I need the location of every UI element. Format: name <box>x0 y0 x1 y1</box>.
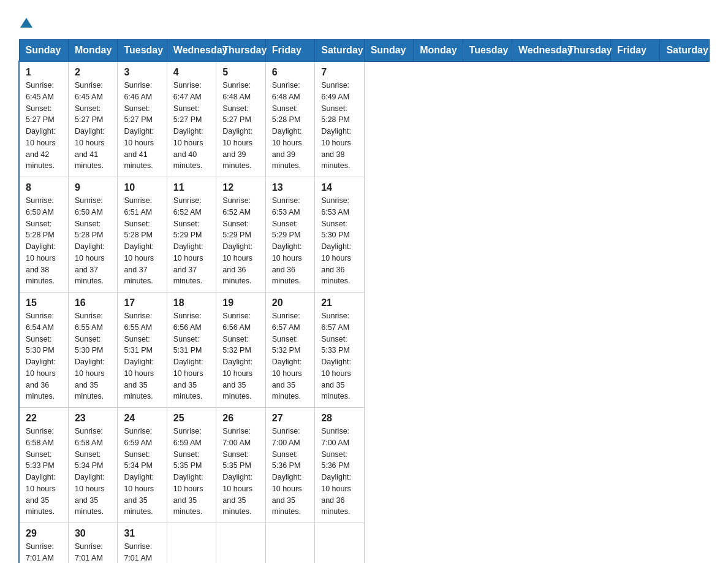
day-number: 7 <box>321 67 357 78</box>
day-info: Sunrise: 6:55 AMSunset: 5:30 PMDaylight:… <box>75 312 105 400</box>
day-header-tuesday: Tuesday <box>463 40 512 62</box>
day-info: Sunrise: 6:57 AMSunset: 5:32 PMDaylight:… <box>272 312 302 400</box>
calendar-cell: 29 Sunrise: 7:01 AMSunset: 5:37 PMDaylig… <box>19 523 68 564</box>
day-number: 27 <box>272 413 308 424</box>
calendar-cell: 4 Sunrise: 6:47 AMSunset: 5:27 PMDayligh… <box>167 61 216 177</box>
calendar-cell: 27 Sunrise: 7:00 AMSunset: 5:36 PMDaylig… <box>265 408 314 523</box>
calendar-week-4: 22 Sunrise: 6:58 AMSunset: 5:33 PMDaylig… <box>19 408 710 523</box>
calendar-cell: 23 Sunrise: 6:58 AMSunset: 5:34 PMDaylig… <box>68 408 117 523</box>
calendar-cell: 25 Sunrise: 6:59 AMSunset: 5:35 PMDaylig… <box>167 408 216 523</box>
calendar-cell: 16 Sunrise: 6:55 AMSunset: 5:30 PMDaylig… <box>68 293 117 408</box>
day-number: 24 <box>124 413 160 424</box>
calendar-cell: 11 Sunrise: 6:52 AMSunset: 5:29 PMDaylig… <box>167 177 216 293</box>
calendar-cell: 31 Sunrise: 7:01 AMSunset: 5:38 PMDaylig… <box>118 523 167 564</box>
day-number: 10 <box>124 182 160 193</box>
calendar-cell: 7 Sunrise: 6:49 AMSunset: 5:28 PMDayligh… <box>315 61 364 177</box>
calendar-cell <box>315 523 364 564</box>
calendar-cell: 26 Sunrise: 7:00 AMSunset: 5:35 PMDaylig… <box>216 408 265 523</box>
calendar-cell <box>167 523 216 564</box>
day-number: 30 <box>75 528 111 539</box>
day-number: 2 <box>75 67 111 78</box>
day-info: Sunrise: 6:52 AMSunset: 5:29 PMDaylight:… <box>222 196 252 285</box>
day-number: 12 <box>222 182 259 193</box>
day-header-friday: Friday <box>265 40 314 62</box>
day-info: Sunrise: 6:59 AMSunset: 5:35 PMDaylight:… <box>173 427 203 516</box>
calendar-header-row: SundayMondayTuesdayWednesdayThursdayFrid… <box>19 40 710 62</box>
calendar-week-1: 1 Sunrise: 6:45 AMSunset: 5:27 PMDayligh… <box>19 61 710 177</box>
calendar-cell: 8 Sunrise: 6:50 AMSunset: 5:28 PMDayligh… <box>19 177 68 293</box>
day-header-wednesday: Wednesday <box>512 40 561 62</box>
calendar-cell: 2 Sunrise: 6:45 AMSunset: 5:27 PMDayligh… <box>68 61 117 177</box>
calendar-cell: 18 Sunrise: 6:56 AMSunset: 5:31 PMDaylig… <box>167 293 216 408</box>
day-info: Sunrise: 6:49 AMSunset: 5:28 PMDaylight:… <box>321 81 351 170</box>
day-number: 23 <box>75 413 111 424</box>
day-number: 20 <box>272 297 308 308</box>
day-number: 28 <box>321 413 357 424</box>
day-header-saturday: Saturday <box>315 40 364 62</box>
day-info: Sunrise: 6:45 AMSunset: 5:27 PMDaylight:… <box>75 81 105 170</box>
day-number: 8 <box>26 182 62 193</box>
day-number: 15 <box>26 297 62 308</box>
day-info: Sunrise: 6:59 AMSunset: 5:34 PMDaylight:… <box>124 427 154 516</box>
day-header-monday: Monday <box>414 40 463 62</box>
day-number: 3 <box>124 67 160 78</box>
day-info: Sunrise: 6:50 AMSunset: 5:28 PMDaylight:… <box>26 196 56 285</box>
calendar-cell: 17 Sunrise: 6:55 AMSunset: 5:31 PMDaylig… <box>118 293 167 408</box>
day-info: Sunrise: 6:45 AMSunset: 5:27 PMDaylight:… <box>26 81 56 170</box>
svg-marker-0 <box>20 18 32 28</box>
day-info: Sunrise: 6:46 AMSunset: 5:27 PMDaylight:… <box>124 81 154 170</box>
day-header-tuesday: Tuesday <box>118 40 167 62</box>
day-info: Sunrise: 7:01 AMSunset: 5:38 PMDaylight:… <box>75 542 105 563</box>
day-header-monday: Monday <box>68 40 117 62</box>
calendar-week-5: 29 Sunrise: 7:01 AMSunset: 5:37 PMDaylig… <box>19 523 710 564</box>
calendar-week-3: 15 Sunrise: 6:54 AMSunset: 5:30 PMDaylig… <box>19 293 710 408</box>
logo <box>18 12 33 29</box>
day-number: 25 <box>173 413 210 424</box>
calendar-cell <box>216 523 265 564</box>
day-info: Sunrise: 7:00 AMSunset: 5:36 PMDaylight:… <box>272 427 302 516</box>
day-number: 9 <box>75 182 111 193</box>
day-number: 18 <box>173 297 210 308</box>
day-info: Sunrise: 7:01 AMSunset: 5:37 PMDaylight:… <box>26 542 56 563</box>
day-number: 16 <box>75 297 111 308</box>
day-number: 4 <box>173 67 210 78</box>
calendar-cell <box>265 523 314 564</box>
day-number: 29 <box>26 528 62 539</box>
day-number: 11 <box>173 182 210 193</box>
calendar-cell: 30 Sunrise: 7:01 AMSunset: 5:38 PMDaylig… <box>68 523 117 564</box>
page-header <box>18 12 710 29</box>
day-info: Sunrise: 6:58 AMSunset: 5:33 PMDaylight:… <box>26 427 56 516</box>
calendar-cell: 9 Sunrise: 6:50 AMSunset: 5:28 PMDayligh… <box>68 177 117 293</box>
calendar-cell: 22 Sunrise: 6:58 AMSunset: 5:33 PMDaylig… <box>19 408 68 523</box>
calendar-cell: 19 Sunrise: 6:56 AMSunset: 5:32 PMDaylig… <box>216 293 265 408</box>
day-info: Sunrise: 6:56 AMSunset: 5:31 PMDaylight:… <box>173 312 203 400</box>
day-info: Sunrise: 6:54 AMSunset: 5:30 PMDaylight:… <box>26 312 56 400</box>
calendar-cell: 21 Sunrise: 6:57 AMSunset: 5:33 PMDaylig… <box>315 293 364 408</box>
calendar-cell: 20 Sunrise: 6:57 AMSunset: 5:32 PMDaylig… <box>265 293 314 408</box>
calendar-table: SundayMondayTuesdayWednesdayThursdayFrid… <box>18 39 710 563</box>
calendar-cell: 1 Sunrise: 6:45 AMSunset: 5:27 PMDayligh… <box>19 61 68 177</box>
calendar-cell: 10 Sunrise: 6:51 AMSunset: 5:28 PMDaylig… <box>118 177 167 293</box>
calendar-week-2: 8 Sunrise: 6:50 AMSunset: 5:28 PMDayligh… <box>19 177 710 293</box>
calendar-cell: 24 Sunrise: 6:59 AMSunset: 5:34 PMDaylig… <box>118 408 167 523</box>
day-header-sunday: Sunday <box>19 40 68 62</box>
day-header-wednesday: Wednesday <box>167 40 216 62</box>
calendar-cell: 15 Sunrise: 6:54 AMSunset: 5:30 PMDaylig… <box>19 293 68 408</box>
day-info: Sunrise: 6:48 AMSunset: 5:27 PMDaylight:… <box>222 81 252 170</box>
day-number: 1 <box>26 67 62 78</box>
day-info: Sunrise: 6:58 AMSunset: 5:34 PMDaylight:… <box>75 427 105 516</box>
calendar-cell: 28 Sunrise: 7:00 AMSunset: 5:36 PMDaylig… <box>315 408 364 523</box>
calendar-cell: 12 Sunrise: 6:52 AMSunset: 5:29 PMDaylig… <box>216 177 265 293</box>
day-number: 21 <box>321 297 357 308</box>
day-info: Sunrise: 7:01 AMSunset: 5:38 PMDaylight:… <box>124 542 154 563</box>
day-number: 31 <box>124 528 160 539</box>
day-info: Sunrise: 6:55 AMSunset: 5:31 PMDaylight:… <box>124 312 154 400</box>
day-info: Sunrise: 6:47 AMSunset: 5:27 PMDaylight:… <box>173 81 203 170</box>
day-number: 5 <box>222 67 259 78</box>
day-number: 22 <box>26 413 62 424</box>
calendar-cell: 14 Sunrise: 6:53 AMSunset: 5:30 PMDaylig… <box>315 177 364 293</box>
calendar-cell: 3 Sunrise: 6:46 AMSunset: 5:27 PMDayligh… <box>118 61 167 177</box>
day-number: 19 <box>222 297 259 308</box>
day-info: Sunrise: 6:53 AMSunset: 5:29 PMDaylight:… <box>272 196 302 285</box>
day-header-saturday: Saturday <box>660 40 710 62</box>
